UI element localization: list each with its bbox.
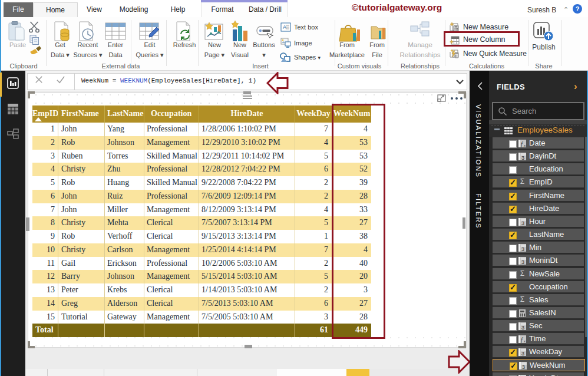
svg-text:3: 3 <box>521 246 524 252</box>
svg-text:3: 3 <box>521 325 524 331</box>
svg-text:3: 3 <box>521 220 524 226</box>
svg-text:3: 3 <box>521 259 524 265</box>
svg-text:3: 3 <box>521 155 524 161</box>
svg-text:3: 3 <box>522 364 525 370</box>
svg-text:3: 3 <box>521 351 524 357</box>
